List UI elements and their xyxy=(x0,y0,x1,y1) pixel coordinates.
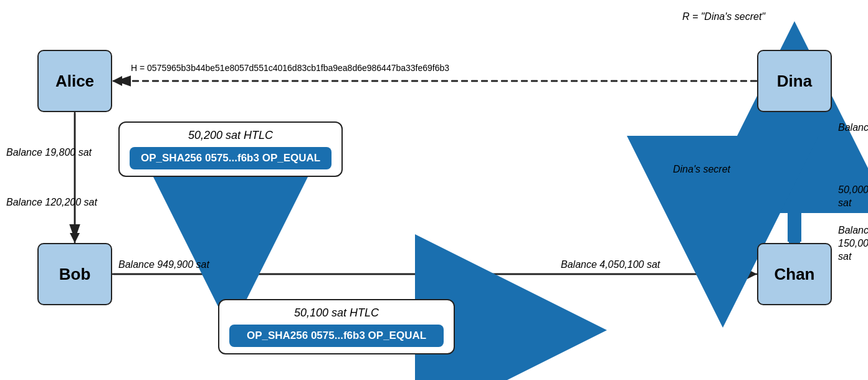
dinas-secret-label: Dina's secret xyxy=(673,163,730,176)
bob-balance-right: Balance 949,900 sat xyxy=(118,259,209,272)
svg-marker-11 xyxy=(511,319,535,341)
svg-marker-3 xyxy=(70,233,80,243)
svg-marker-13 xyxy=(781,112,808,131)
chan-balance-left: Balance 4,050,100 sat xyxy=(561,259,660,272)
svg-marker-15 xyxy=(709,215,737,234)
alice-balance-top: Balance 19,800 sat xyxy=(6,146,92,159)
bob-node: Bob xyxy=(37,243,112,305)
chan-balance-bottom: Balance 150,000 sat xyxy=(838,224,868,263)
svg-marker-8 xyxy=(747,269,757,279)
diagram: R = "Dina's secret" H = 0575965b3b44be51… xyxy=(0,0,868,380)
alice-node: Alice xyxy=(37,50,112,112)
htlc-bottom-code: OP_SHA256 0575...f6b3 OP_EQUAL xyxy=(229,325,444,347)
svg-marker-1 xyxy=(112,76,122,86)
chan-label: Chan xyxy=(775,265,815,284)
bob-label: Bob xyxy=(59,265,91,284)
dina-node: Dina xyxy=(757,50,832,112)
chan-dina-amount: 50,000 sat xyxy=(838,184,868,210)
htlc-top-box: 50,200 sat HTLC OP_SHA256 0575...f6b3 OP… xyxy=(118,121,343,177)
htlc-top-title: 50,200 sat HTLC xyxy=(130,129,331,142)
dina-label: Dina xyxy=(777,72,812,91)
svg-marker-4 xyxy=(221,207,241,224)
chan-balance-dina-top: Balance 100,000 sat xyxy=(838,121,868,135)
alice-balance-bottom: Balance 120,200 sat xyxy=(6,196,97,209)
h-label: H = 0575965b3b44be51e8057d551c4016d83cb1… xyxy=(131,62,449,74)
alice-label: Alice xyxy=(55,72,94,91)
svg-rect-5 xyxy=(223,178,238,209)
svg-marker-9 xyxy=(498,320,517,340)
htlc-bottom-title: 50,100 sat HTLC xyxy=(229,306,444,320)
htlc-bottom-box: 50,100 sat HTLC OP_SHA256 0575...f6b3 OP… xyxy=(218,299,455,354)
svg-marker-6 xyxy=(216,221,246,242)
chan-node: Chan xyxy=(757,243,832,305)
r-label: R = "Dina's secret" xyxy=(682,11,765,22)
htlc-top-code: OP_SHA256 0575...f6b3 OP_EQUAL xyxy=(130,147,331,169)
svg-rect-10 xyxy=(498,324,523,336)
